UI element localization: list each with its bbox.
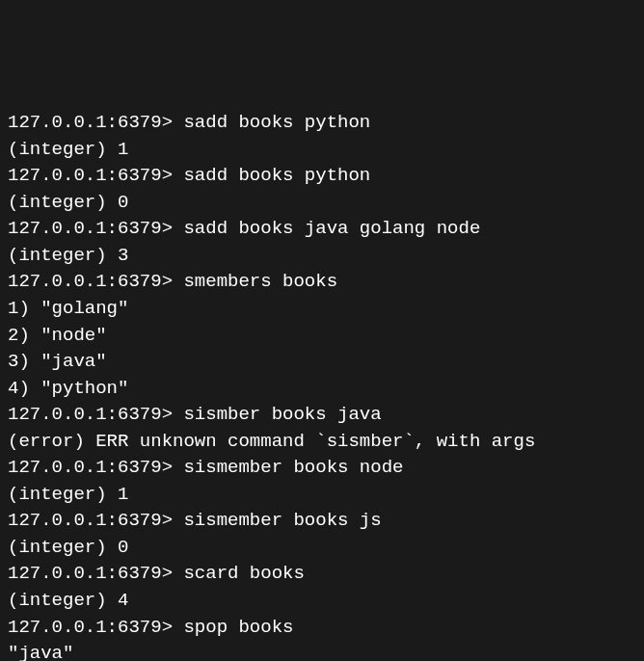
terminal-prompt: 127.0.0.1:6379>: [8, 617, 173, 638]
terminal-output-line: (integer) 1: [8, 137, 636, 164]
terminal-command: sismember books js: [173, 510, 382, 531]
terminal-command-line: 127.0.0.1:6379> sismember books node: [8, 455, 636, 482]
terminal-prompt: 127.0.0.1:6379>: [8, 510, 173, 531]
terminal-prompt: 127.0.0.1:6379>: [8, 165, 173, 186]
terminal-output-line: "java": [8, 641, 636, 661]
terminal-output-line: 1) "golang": [8, 296, 636, 323]
terminal-output-line: (error) ERR unknown command `sismber`, w…: [8, 429, 636, 456]
terminal-command: smembers books: [173, 271, 337, 292]
terminal-prompt: 127.0.0.1:6379>: [8, 112, 173, 133]
terminal-command-line: 127.0.0.1:6379> scard books: [8, 561, 636, 588]
terminal-output-line: (integer) 4: [8, 588, 636, 615]
terminal-output-line: (integer) 0: [8, 190, 636, 217]
terminal-output[interactable]: 127.0.0.1:6379> sadd books python(intege…: [8, 110, 636, 661]
terminal-command: spop books: [173, 617, 293, 638]
terminal-prompt: 127.0.0.1:6379>: [8, 404, 173, 425]
terminal-command-line: 127.0.0.1:6379> sadd books python: [8, 110, 636, 137]
terminal-output-line: 2) "node": [8, 323, 636, 350]
terminal-output-line: (integer) 1: [8, 482, 636, 509]
terminal-command-line: 127.0.0.1:6379> smembers books: [8, 269, 636, 296]
terminal-prompt: 127.0.0.1:6379>: [8, 563, 173, 584]
terminal-command-line: 127.0.0.1:6379> sismember books js: [8, 508, 636, 535]
terminal-command-line: 127.0.0.1:6379> spop books: [8, 615, 636, 642]
terminal-prompt: 127.0.0.1:6379>: [8, 271, 173, 292]
terminal-command: scard books: [173, 563, 305, 584]
terminal-command: sismber books java: [173, 404, 382, 425]
terminal-command: sismember books node: [173, 457, 403, 478]
terminal-prompt: 127.0.0.1:6379>: [8, 457, 173, 478]
terminal-command-line: 127.0.0.1:6379> sismber books java: [8, 402, 636, 429]
terminal-command: sadd books java golang node: [173, 218, 480, 239]
terminal-output-line: 3) "java": [8, 349, 636, 376]
terminal-command-line: 127.0.0.1:6379> sadd books python: [8, 163, 636, 190]
terminal-command: sadd books python: [173, 165, 370, 186]
terminal-prompt: 127.0.0.1:6379>: [8, 218, 173, 239]
terminal-output-line: (integer) 0: [8, 535, 636, 562]
terminal-output-line: (integer) 3: [8, 243, 636, 270]
terminal-command: sadd books python: [173, 112, 370, 133]
terminal-output-line: 4) "python": [8, 376, 636, 403]
terminal-command-line: 127.0.0.1:6379> sadd books java golang n…: [8, 216, 636, 243]
